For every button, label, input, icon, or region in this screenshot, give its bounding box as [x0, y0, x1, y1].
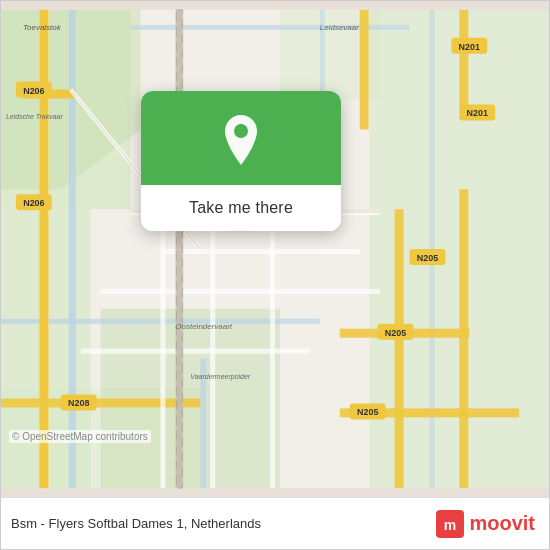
svg-rect-23 [1, 398, 200, 407]
svg-rect-19 [395, 209, 404, 488]
svg-text:N206: N206 [23, 86, 44, 96]
svg-text:m: m [444, 517, 456, 533]
take-me-there-button[interactable]: Take me there [141, 185, 341, 231]
copyright-text: © OpenStreetMap contributors [9, 430, 151, 443]
svg-text:Leidsevaar: Leidsevaar [320, 23, 359, 32]
svg-text:N201: N201 [459, 42, 480, 52]
moovit-brand-icon: m [436, 510, 464, 538]
svg-rect-20 [459, 189, 468, 488]
svg-rect-30 [81, 349, 310, 354]
app-container: N206 N206 N201 N201 N205 N205 N205 N208 … [0, 0, 550, 550]
svg-text:Vaardermeerpolder: Vaardermeerpolder [190, 373, 250, 381]
popup-top-section [141, 91, 341, 185]
svg-text:Oosteindervaart: Oosteindervaart [175, 322, 232, 331]
svg-rect-17 [360, 10, 369, 130]
svg-rect-8 [69, 10, 76, 488]
map-area: N206 N206 N201 N201 N205 N205 N205 N208 … [1, 1, 549, 497]
svg-text:N205: N205 [357, 407, 378, 417]
svg-point-57 [234, 124, 248, 138]
map-svg: N206 N206 N201 N201 N205 N205 N205 N208 … [1, 1, 549, 497]
svg-rect-29 [101, 289, 380, 294]
svg-rect-7 [101, 309, 280, 488]
location-name: Bsm - Flyers Softbal Dames 1, Netherland… [11, 516, 261, 531]
svg-text:N208: N208 [68, 398, 89, 408]
svg-text:N205: N205 [385, 328, 406, 338]
svg-text:N201: N201 [467, 108, 488, 118]
svg-text:Leidsche Trakvaar: Leidsche Trakvaar [6, 113, 63, 120]
svg-rect-35 [176, 10, 182, 488]
location-pin-icon [219, 113, 263, 167]
moovit-brand-text: moovit [469, 512, 535, 535]
svg-rect-18 [459, 10, 468, 110]
svg-text:N206: N206 [23, 198, 44, 208]
svg-text:Toevalstok: Toevalstok [23, 23, 62, 32]
svg-text:N205: N205 [417, 253, 438, 263]
moovit-logo: m moovit [436, 510, 535, 538]
svg-rect-28 [160, 249, 359, 254]
popup-card: Take me there [141, 91, 341, 231]
footer: Bsm - Flyers Softbal Dames 1, Netherland… [1, 497, 549, 549]
